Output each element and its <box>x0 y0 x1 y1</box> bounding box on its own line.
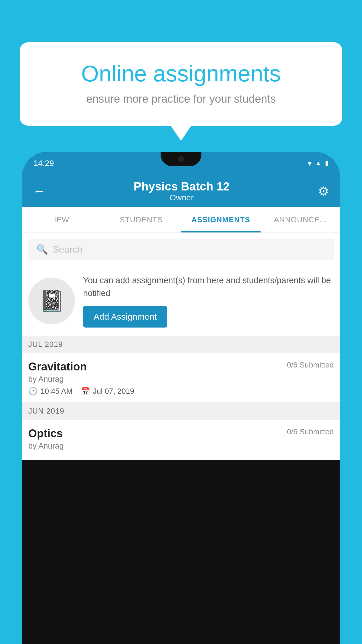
section-jul-2019: JUL 2019 <box>22 336 340 353</box>
bubble-subtitle: ensure more practice for your students <box>43 93 319 105</box>
search-icon: 🔍 <box>36 244 48 255</box>
back-button[interactable]: ← <box>33 184 45 198</box>
optics-name: Optics <box>28 427 63 440</box>
meta-time: 🕐 10:45 AM <box>28 387 73 396</box>
assignment-time: 10:45 AM <box>41 387 73 396</box>
batch-subtitle: Owner <box>133 193 229 202</box>
tab-assignments[interactable]: ASSIGNMENTS <box>181 207 261 232</box>
notebook-icon: 📓 <box>39 289 64 313</box>
info-card: 📓 You can add assignment(s) from here an… <box>22 266 340 336</box>
speech-bubble: Online assignments ensure more practice … <box>20 42 342 126</box>
status-bar: 14:29 ▾ ▲ ▮ <box>22 152 340 175</box>
section-jun-2019: JUN 2019 <box>22 402 340 420</box>
signal-icon: ▲ <box>315 160 321 167</box>
assignment-item-optics[interactable]: Optics 0/6 Submitted by Anurag <box>22 420 340 460</box>
status-time: 14:29 <box>34 159 54 168</box>
info-card-text: You can add assignment(s) from here and … <box>83 274 334 300</box>
add-assignment-button[interactable]: Add Assignment <box>83 306 167 328</box>
status-icons: ▾ ▲ ▮ <box>308 159 328 168</box>
app-header: ← Physics Batch 12 Owner ⚙ <box>22 175 340 207</box>
screen-content: 🔍 Search 📓 You can add assignment(s) fro… <box>22 233 340 460</box>
wifi-icon: ▾ <box>308 159 312 168</box>
assignment-icon-circle: 📓 <box>28 278 75 324</box>
assignment-meta: 🕐 10:45 AM 📅 Jul 07, 2019 <box>28 387 334 396</box>
assignment-date: Jul 07, 2019 <box>93 387 134 396</box>
assignment-by: by Anurag <box>28 375 334 384</box>
info-card-right: You can add assignment(s) from here and … <box>83 274 334 328</box>
notch <box>161 152 201 166</box>
tab-announcements[interactable]: ANNOUNCE... <box>261 207 340 232</box>
calendar-icon: 📅 <box>81 387 90 396</box>
search-bar[interactable]: 🔍 Search <box>28 239 334 260</box>
header-center: Physics Batch 12 Owner <box>133 180 229 202</box>
settings-icon[interactable]: ⚙ <box>318 184 329 198</box>
optics-submitted: 0/6 Submitted <box>287 427 334 436</box>
search-container: 🔍 Search <box>22 233 340 266</box>
batch-title: Physics Batch 12 <box>133 180 229 193</box>
tab-iew[interactable]: IEW <box>22 207 101 232</box>
promo-bubble: Online assignments ensure more practice … <box>20 42 342 126</box>
assignment-name: Gravitation <box>28 360 87 373</box>
battery-icon: ▮ <box>325 160 328 167</box>
assignment-item-gravitation[interactable]: Gravitation 0/6 Submitted by Anurag 🕐 10… <box>22 353 340 402</box>
meta-date: 📅 Jul 07, 2019 <box>81 387 134 396</box>
camera <box>178 156 184 162</box>
assignment-submitted: 0/6 Submitted <box>287 360 334 370</box>
phone-frame: 14:29 ▾ ▲ ▮ ← Physics Batch 12 Owner ⚙ I… <box>22 152 340 644</box>
tab-students[interactable]: STUDENTS <box>101 207 181 232</box>
bubble-title: Online assignments <box>43 61 319 86</box>
optics-by: by Anurag <box>28 442 334 451</box>
clock-icon: 🕐 <box>28 387 38 396</box>
search-input-placeholder: Search <box>53 244 82 255</box>
assignment-row1: Gravitation 0/6 Submitted <box>28 360 334 373</box>
tabs-bar: IEW STUDENTS ASSIGNMENTS ANNOUNCE... <box>22 207 340 233</box>
optics-row1: Optics 0/6 Submitted <box>28 427 334 440</box>
